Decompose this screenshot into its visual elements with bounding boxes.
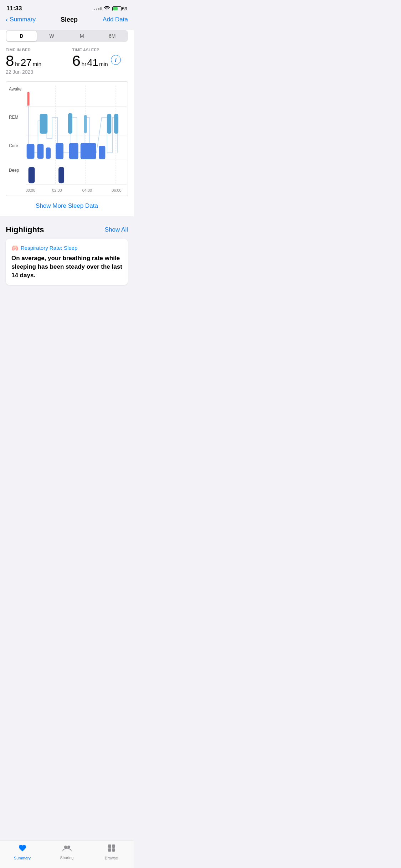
time-in-bed-value: 8 hr 27 min [6,53,62,68]
main-content: D W M 6M TIME IN BED 8 hr 27 min [0,30,134,216]
card-title: Respiratory Rate: Sleep [21,245,77,251]
svg-rect-15 [27,92,30,106]
show-all-button[interactable]: Show All [105,226,128,233]
add-data-button[interactable]: Add Data [103,16,128,23]
svg-rect-28 [29,167,35,184]
card-header: 🫁 Respiratory Rate: Sleep [11,244,122,251]
time-in-bed-hr-unit: hr [15,61,20,67]
svg-text:04:00: 04:00 [82,188,92,192]
time-in-bed-block: TIME IN BED 8 hr 27 min [6,48,62,68]
time-in-bed-label: TIME IN BED [6,48,62,52]
card-body: On average, your breathing rate while sl… [11,254,122,279]
time-in-bed-min-unit: min [33,61,41,67]
svg-rect-23 [40,114,47,134]
battery-indicator: 59 [112,6,127,11]
info-button[interactable]: i [111,55,121,65]
period-btn-m[interactable]: M [67,31,97,41]
svg-rect-22 [99,146,105,159]
time-asleep-value: 6 hr 41 min [72,53,108,68]
status-bar: 11:33 59 [0,0,134,14]
time-in-bed-hours: 8 [6,53,14,68]
time-asleep-block: TIME ASLEEP 6 hr 41 min i [72,48,128,68]
svg-text:00:00: 00:00 [26,188,35,192]
highlights-header: Highlights Show All [6,225,128,234]
svg-text:Awake: Awake [9,87,22,92]
chart-area: Awake REM Core Deep 00:00 02:00 [6,82,128,196]
svg-rect-16 [27,144,35,159]
period-btn-w[interactable]: W [37,31,67,41]
period-selector: D W M 6M [6,30,128,42]
highlights-section: Highlights Show All 🫁 Respiratory Rate: … [0,219,134,289]
back-chevron-icon: ‹ [6,16,8,24]
sleep-stats: TIME IN BED 8 hr 27 min TIME ASLEEP 6 hr [0,46,134,81]
time-asleep-hr-unit: hr [82,61,86,67]
sleep-chart: Awake REM Core Deep 00:00 02:00 [6,81,128,196]
svg-rect-19 [56,143,63,159]
svg-rect-26 [107,114,111,134]
svg-rect-17 [37,144,43,159]
page-title: Sleep [61,16,78,24]
status-time: 11:33 [6,5,22,12]
navigation-bar: ‹ Summary Sleep Add Data [0,14,134,27]
svg-text:Deep: Deep [9,168,19,173]
time-in-bed-minutes: 27 [21,57,32,68]
back-label: Summary [10,16,36,23]
show-more-link[interactable]: Show More Sleep Data [0,196,134,216]
svg-rect-18 [46,148,51,159]
svg-rect-27 [114,114,118,134]
time-asleep-hours: 6 [72,53,81,68]
svg-text:REM: REM [9,115,19,120]
time-asleep-minutes: 41 [87,57,98,68]
time-asleep-row: 6 hr 41 min i [72,53,128,68]
period-btn-d[interactable]: D [6,31,37,41]
svg-rect-24 [68,113,72,134]
highlight-card: 🫁 Respiratory Rate: Sleep On average, yo… [6,239,128,285]
svg-rect-21 [81,143,96,159]
svg-text:Core: Core [9,143,18,148]
sleep-date: 22 Jun 2023 [6,69,128,75]
svg-rect-25 [84,115,87,133]
svg-rect-29 [58,167,64,184]
back-button[interactable]: ‹ Summary [6,16,36,24]
time-asleep-label: TIME ASLEEP [72,48,128,52]
highlights-title: Highlights [6,225,44,234]
status-icons: 59 [94,6,127,11]
svg-rect-20 [69,143,78,159]
section-divider [0,216,134,219]
time-asleep-min-unit: min [99,61,108,67]
period-btn-6m[interactable]: 6M [97,31,127,41]
wifi-icon [104,6,110,11]
svg-text:02:00: 02:00 [52,188,62,192]
signal-icon [94,7,102,10]
svg-text:06:00: 06:00 [112,188,121,192]
stats-row: TIME IN BED 8 hr 27 min TIME ASLEEP 6 hr [6,48,128,68]
respiratory-icon: 🫁 [11,244,19,251]
